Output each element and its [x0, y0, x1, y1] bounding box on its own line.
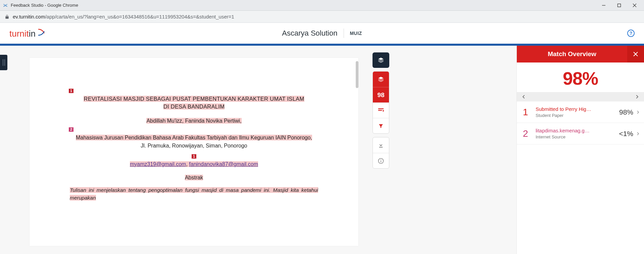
match-percent: 98% — [616, 108, 636, 116]
similarity-group: 98 — [373, 71, 389, 134]
browser-titlebar: Feedback Studio - Google Chrome — [0, 0, 644, 11]
layers-button[interactable] — [373, 52, 389, 68]
close-window-button[interactable] — [630, 1, 639, 9]
match-source: litapdimas.kemenag.g… — [536, 128, 616, 133]
turnitin-logo[interactable]: turnitin — [9, 28, 46, 39]
assignment-title: Ascarya Solution — [282, 29, 337, 38]
url-host: ev.turnitin.com — [13, 14, 45, 19]
svg-rect-5 — [378, 110, 382, 111]
panel-header: Match Overview — [517, 46, 644, 62]
overall-similarity: 98% — [517, 62, 644, 92]
chevron-right-icon — [636, 110, 640, 115]
filter-button[interactable] — [373, 118, 389, 133]
match-row[interactable]: 1 Submitted to Perry Hig… Student Paper … — [517, 101, 644, 123]
svg-rect-8 — [381, 161, 381, 162]
email-separator: , — [186, 161, 189, 167]
svg-point-7 — [381, 159, 381, 160]
match-nav — [517, 92, 644, 101]
lock-icon — [5, 14, 9, 19]
prev-match-button[interactable] — [519, 94, 528, 99]
match-marker-1[interactable]: 1 — [69, 89, 73, 93]
address-bar: ev.turnitin.com/app/carta/en_us/?lang=en… — [0, 11, 644, 23]
doc-affiliation-2: Jl. Pramuka, Ronowijayan, Siman, Ponorog… — [141, 143, 247, 149]
help-label: ? — [630, 31, 633, 36]
header-divider — [343, 29, 344, 38]
window-title: Feedback Studio - Google Chrome — [11, 3, 599, 8]
match-percent: <1% — [616, 130, 636, 138]
logo-part2: in — [29, 29, 36, 39]
right-toolbar: 98 — [373, 52, 389, 169]
header-center: Ascarya Solution MUIZ — [282, 29, 362, 38]
scrollbar-thumb[interactable] — [356, 61, 358, 88]
help-button[interactable]: ? — [627, 30, 635, 37]
similarity-score: 98 — [377, 91, 384, 99]
left-drawer-handle[interactable] — [0, 55, 7, 70]
doc-title-line1: REVITALISASI MASJID SEBAGAI PUSAT PEMBEN… — [84, 96, 304, 102]
doc-title-line2: DI DESA BANDARALIM — [163, 103, 225, 110]
info-button[interactable] — [373, 153, 389, 168]
doc-email-2[interactable]: fanindanovika87@gmail.com — [189, 161, 258, 167]
match-marker-2[interactable]: 2 — [69, 127, 73, 132]
document-viewer[interactable]: 1 REVITALISASI MASJID SEBAGAI PUSAT PEMB… — [30, 58, 358, 246]
doc-body-text: Tulisan ini menjelaskan tentang pengopti… — [70, 187, 318, 201]
match-row[interactable]: 2 litapdimas.kemenag.g… Internet Source … — [517, 123, 644, 144]
doc-authors: Abdillah Mu'izz, Faninda Novika Pertiwi, — [146, 118, 241, 124]
url-text[interactable]: ev.turnitin.com/app/carta/en_us/?lang=en… — [13, 14, 234, 19]
download-button[interactable] — [373, 137, 389, 153]
document-scrollbar[interactable] — [355, 58, 358, 246]
similarity-layers-button[interactable] — [373, 72, 389, 87]
similarity-score-button[interactable]: 98 — [373, 87, 389, 102]
grip-icon — [3, 59, 5, 66]
doc-abstract-heading: Abstrak — [185, 175, 203, 180]
svg-rect-4 — [378, 108, 384, 109]
next-match-button[interactable] — [633, 94, 641, 99]
match-number: 1 — [523, 107, 534, 118]
app-header: turnitin Ascarya Solution MUIZ ? — [0, 23, 644, 44]
match-source: Submitted to Perry Hig… — [536, 106, 616, 112]
doc-affiliation-1: Mahasiswa Jurusan Pendidikan Bahasa Arab… — [76, 135, 312, 140]
document-page: 1 REVITALISASI MASJID SEBAGAI PUSAT PEMB… — [30, 58, 358, 202]
match-type: Internet Source — [536, 134, 616, 139]
svg-rect-1 — [618, 4, 621, 7]
user-name: MUIZ — [350, 31, 362, 36]
match-overview-panel: Match Overview 98% 1 Submitted to Perry … — [516, 46, 644, 254]
panel-title: Match Overview — [517, 50, 627, 58]
doc-email-1[interactable]: myamz319@gmail.com — [130, 161, 186, 167]
match-type: Student Paper — [536, 113, 616, 118]
window-controls — [599, 1, 641, 9]
chevron-right-icon — [636, 131, 640, 136]
minimize-button[interactable] — [599, 1, 608, 9]
maximize-button[interactable] — [614, 1, 624, 9]
panel-close-button[interactable] — [627, 46, 644, 62]
all-sources-button[interactable] — [373, 102, 389, 118]
match-marker-1b[interactable]: 1 — [192, 154, 196, 159]
logo-part1: turnit — [9, 29, 29, 39]
url-path: /app/carta/en_us/?lang=en_us&o=163434851… — [45, 14, 234, 19]
logo-swirl-icon — [36, 28, 46, 37]
favicon-icon — [3, 3, 8, 8]
workspace: 1 REVITALISASI MASJID SEBAGAI PUSAT PEMB… — [0, 46, 644, 254]
match-number: 2 — [523, 128, 534, 139]
utility-group — [373, 137, 389, 169]
